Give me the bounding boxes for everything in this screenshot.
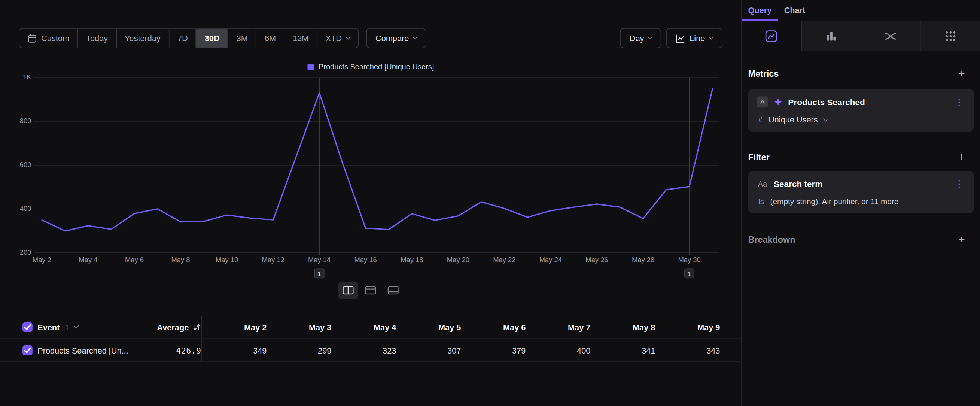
chevron-down-icon: [412, 34, 418, 39]
x-axis-tick: May 16: [355, 256, 377, 263]
date-range-30d[interactable]: 30D: [196, 29, 228, 48]
metric-name: Products Searched: [788, 97, 947, 107]
annotation-badge[interactable]: 1: [315, 269, 325, 279]
date-range-label: 7D: [177, 33, 188, 43]
layout-split-columns-button[interactable]: [338, 282, 358, 299]
layout-bottom-panel-button[interactable]: [383, 282, 403, 299]
retention-grid-icon: [944, 29, 958, 43]
data-series-line: [42, 89, 712, 231]
date-range-7d[interactable]: 7D: [169, 29, 196, 48]
main-panel: CustomTodayYesterday7D30D3M6M12MXTD Comp…: [0, 0, 741, 406]
metric-card-row: A Products Searched ⋮: [757, 96, 965, 107]
event-count: 1: [65, 322, 69, 332]
table-value-cell: 343: [655, 346, 720, 355]
chart-style-label: Line: [689, 33, 705, 43]
chart-type-insights[interactable]: [742, 21, 801, 51]
measure-dropdown[interactable]: Unique Users: [768, 115, 818, 124]
date-range-custom[interactable]: Custom: [19, 29, 78, 48]
split-columns-icon: [342, 286, 354, 295]
table-col-header[interactable]: May 2: [202, 322, 267, 332]
table-row: Products Searched [Un... 426.9 349299323…: [0, 339, 741, 362]
add-metric-button[interactable]: +: [958, 68, 965, 80]
table-col-header[interactable]: May 4: [331, 322, 396, 332]
y-axis-tick: 1K: [0, 73, 31, 81]
date-range-6m[interactable]: 6M: [256, 29, 284, 48]
chevron-down-icon: [709, 34, 714, 39]
table-col-header[interactable]: May 9: [655, 322, 720, 332]
line-chart-icon: [676, 33, 686, 43]
app-root: CustomTodayYesterday7D30D3M6M12MXTD Comp…: [0, 0, 980, 406]
table-col-header[interactable]: May 8: [590, 322, 655, 332]
query-sidebar: Query Chart: [741, 0, 980, 406]
chevron-down-icon[interactable]: [823, 116, 828, 121]
x-axis-tick: May 6: [125, 256, 144, 263]
filter-card[interactable]: Aa Search term ⋮ Is (empty string), Air …: [748, 171, 974, 213]
average-header[interactable]: Average: [150, 322, 201, 332]
compare-button[interactable]: Compare: [366, 28, 426, 48]
filter-type-badge: Aa: [757, 178, 768, 189]
breakdown-section-header: Breakdown +: [748, 233, 965, 246]
x-axis-tick: May 18: [401, 256, 423, 263]
check-icon: [22, 322, 33, 332]
annotation-badge[interactable]: 1: [684, 269, 694, 279]
tab-chart[interactable]: Chart: [778, 0, 811, 21]
table-col-header[interactable]: May 5: [396, 322, 461, 332]
sort-icon: [192, 323, 201, 331]
add-filter-button[interactable]: +: [958, 151, 965, 162]
layout-top-panel-button[interactable]: [361, 282, 380, 299]
table-col-header[interactable]: May 7: [525, 322, 590, 332]
y-axis-tick: 600: [0, 161, 31, 168]
toolbar: CustomTodayYesterday7D30D3M6M12MXTD Comp…: [19, 28, 722, 48]
table-value-cell: 349: [202, 346, 267, 355]
date-range-label: 3M: [237, 33, 248, 43]
table-value-cell: 307: [396, 346, 461, 355]
filter-menu-button[interactable]: ⋮: [953, 178, 965, 189]
metric-card[interactable]: A Products Searched ⋮ # Unique Users: [748, 89, 974, 132]
results-table: Event 1 Average May 2May 3May 4May 5May …: [0, 316, 741, 363]
sidebar-tabbar: Query Chart: [742, 0, 980, 21]
metric-letter-badge: A: [757, 96, 768, 107]
row-name[interactable]: Products Searched [Un...: [37, 346, 128, 355]
event-label[interactable]: Event: [37, 322, 59, 332]
date-range-label: Today: [86, 33, 108, 43]
table-col-header[interactable]: May 6: [461, 322, 525, 332]
filter-operator[interactable]: Is: [758, 197, 764, 205]
x-axis-tick: May 24: [539, 256, 562, 263]
x-axis-tick: May 22: [493, 256, 515, 263]
insights-line-icon: [764, 29, 778, 43]
tab-query[interactable]: Query: [742, 0, 778, 21]
chart-style-button[interactable]: Line: [666, 28, 722, 48]
add-breakdown-button[interactable]: +: [958, 234, 965, 245]
table-col-header[interactable]: May 3: [267, 322, 331, 332]
row-checkbox[interactable]: [22, 345, 33, 355]
chart-type-switcher: [742, 21, 980, 51]
table-value-cell: 299: [267, 346, 331, 355]
date-range-yesterday[interactable]: Yesterday: [116, 29, 169, 48]
check-icon: [22, 345, 33, 355]
date-range-label: Custom: [41, 33, 69, 43]
metric-menu-button[interactable]: ⋮: [953, 96, 965, 107]
date-range-3m[interactable]: 3M: [228, 29, 256, 48]
chart-type-flows[interactable]: [861, 21, 920, 51]
select-all-checkbox[interactable]: [22, 322, 33, 332]
table-value-cell: 323: [331, 346, 396, 355]
chart-type-funnels[interactable]: [801, 21, 861, 51]
tab-query-label: Query: [748, 6, 772, 15]
metrics-heading: Metrics: [748, 69, 779, 79]
table-value-cell: 400: [525, 346, 590, 355]
table-value-cell: 341: [590, 346, 655, 355]
chart-plot-area[interactable]: [35, 74, 719, 259]
date-column-headers: May 2May 3May 4May 5May 6May 7May 8May 9: [201, 316, 741, 339]
x-axis-tick: May 20: [447, 256, 469, 263]
chart-type-retention[interactable]: [920, 21, 980, 51]
screen: CustomTodayYesterday7D30D3M6M12MXTD Comp…: [0, 0, 980, 406]
chevron-down-icon: [345, 34, 350, 39]
date-range-xtd[interactable]: XTD: [317, 29, 358, 48]
filter-condition-row: Is (empty string), Air purifier, or 11 m…: [757, 197, 965, 205]
x-axis-tick: May 26: [585, 256, 608, 263]
date-range-today[interactable]: Today: [78, 29, 116, 48]
granularity-button[interactable]: Day: [620, 28, 662, 48]
chevron-down-icon[interactable]: [73, 323, 79, 328]
filter-value[interactable]: (empty string), Air purifier, or 11 more: [770, 197, 899, 205]
date-range-12m[interactable]: 12M: [284, 29, 317, 48]
